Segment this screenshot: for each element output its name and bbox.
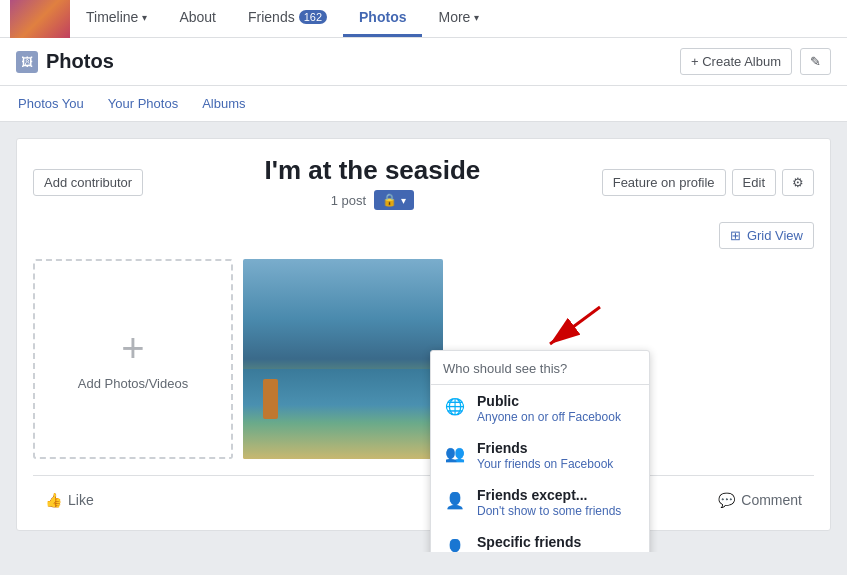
friends-title: Friends	[477, 440, 637, 456]
timeline-arrow-icon: ▾	[142, 12, 147, 23]
friends-sub: Your friends on Facebook	[477, 457, 637, 471]
photo-thumbnail[interactable]	[243, 259, 443, 459]
add-contributor-label: Add contributor	[44, 175, 132, 190]
your-photos-label: Your Photos	[108, 96, 178, 111]
gear-icon: ⚙	[792, 175, 804, 190]
album-meta: 1 post 🔒 ▾	[143, 190, 602, 210]
post-count: 1 post	[331, 193, 366, 208]
add-contributor-button[interactable]: Add contributor	[33, 169, 143, 196]
like-label: Like	[68, 492, 94, 508]
dropdown-header: Who should see this?	[431, 351, 649, 385]
nav-friends[interactable]: Friends 162	[232, 0, 343, 37]
pencil-icon: ✎	[810, 54, 821, 69]
create-album-button[interactable]: + Create Album	[680, 48, 792, 75]
specific-friends-title: Specific friends	[477, 534, 637, 550]
dropdown-item-public-text: Public Anyone on or off Facebook	[477, 393, 637, 424]
nav-about-label: About	[179, 9, 216, 25]
photos-title-row: 🖼 Photos	[16, 50, 114, 73]
main-content: Add contributor I'm at the seaside 1 pos…	[0, 122, 847, 552]
create-album-label: + Create Album	[691, 54, 781, 69]
photo-grid: + Add Photos/Videos	[33, 259, 814, 459]
photos-sub-navigation: Photos You Your Photos Albums	[0, 86, 847, 122]
comment-label: Comment	[741, 492, 802, 508]
friends-except-title: Friends except...	[477, 487, 637, 503]
dropdown-item-friends[interactable]: 👥 Friends Your friends on Facebook	[431, 432, 649, 479]
nav-timeline[interactable]: Timeline ▾	[70, 0, 163, 37]
edit-button[interactable]: Edit	[732, 169, 776, 196]
plus-icon: +	[121, 328, 144, 368]
sub-nav-your-photos[interactable]: Your Photos	[106, 96, 180, 111]
edit-label: Edit	[743, 175, 765, 190]
thumb-up-icon: 👍	[45, 492, 62, 508]
photos-header: 🖼 Photos + Create Album ✎	[0, 38, 847, 86]
nav-photos-label: Photos	[359, 9, 406, 25]
specific-friends-icon: 👤	[443, 535, 467, 552]
sub-nav-photos-of-you[interactable]: Photos You	[16, 96, 86, 111]
profile-image	[10, 0, 70, 38]
album-top-left: Add contributor	[33, 169, 143, 196]
dropdown-item-specific-friends[interactable]: 👤 Specific friends Only show to some fri…	[431, 526, 649, 552]
add-photos-box[interactable]: + Add Photos/Videos	[33, 259, 233, 459]
edit-pencil-button[interactable]: ✎	[800, 48, 831, 75]
top-navigation: Timeline ▾ About Friends 162 Photos More…	[0, 0, 847, 38]
public-icon: 🌐	[443, 394, 467, 418]
like-button[interactable]: 👍 Like	[33, 486, 106, 514]
friends-count-badge: 162	[299, 10, 327, 24]
album-top-right: Feature on profile Edit ⚙	[602, 169, 814, 196]
album-top-row: Add contributor I'm at the seaside 1 pos…	[33, 155, 814, 210]
friends-icon: 👥	[443, 441, 467, 465]
friends-except-sub: Don't show to some friends	[477, 504, 637, 518]
album-title: I'm at the seaside	[143, 155, 602, 186]
photos-of-you-label: Photos You	[18, 96, 84, 111]
nav-timeline-label: Timeline	[86, 9, 138, 25]
comment-icon: 💬	[718, 492, 735, 508]
add-photos-label: Add Photos/Videos	[78, 376, 188, 391]
feature-on-profile-label: Feature on profile	[613, 175, 715, 190]
specific-friends-sub: Only show to some friends	[477, 551, 637, 552]
nav-friends-label: Friends	[248, 9, 295, 25]
profile-thumbnail[interactable]	[10, 0, 70, 38]
dropdown-item-friends-except[interactable]: 👤 Friends except... Don't show to some f…	[431, 479, 649, 526]
caret-icon: ▾	[401, 195, 406, 206]
grid-icon: ⊞	[730, 228, 741, 243]
privacy-dropdown: Who should see this? 🌐 Public Anyone on …	[430, 350, 650, 552]
nav-about[interactable]: About	[163, 0, 232, 37]
nav-photos[interactable]: Photos	[343, 0, 422, 37]
comment-button[interactable]: 💬 Comment	[706, 486, 814, 514]
dropdown-item-specific-friends-text: Specific friends Only show to some frien…	[477, 534, 637, 552]
friends-except-icon: 👤	[443, 488, 467, 512]
view-controls: ⊞ Grid View	[33, 222, 814, 249]
photos-section-icon: 🖼	[16, 51, 38, 73]
dropdown-item-friends-except-text: Friends except... Don't show to some fri…	[477, 487, 637, 518]
grid-view-button[interactable]: ⊞ Grid View	[719, 222, 814, 249]
settings-button[interactable]: ⚙	[782, 169, 814, 196]
public-sub: Anyone on or off Facebook	[477, 410, 637, 424]
album-title-section: I'm at the seaside 1 post 🔒 ▾	[143, 155, 602, 210]
albums-label: Albums	[202, 96, 245, 111]
feature-on-profile-button[interactable]: Feature on profile	[602, 169, 726, 196]
photos-section-title: Photos	[46, 50, 114, 73]
grid-view-label: Grid View	[747, 228, 803, 243]
photos-header-actions: + Create Album ✎	[680, 48, 831, 75]
sub-nav-albums[interactable]: Albums	[200, 96, 247, 111]
album-container: Add contributor I'm at the seaside 1 pos…	[16, 138, 831, 531]
album-bottom-bar: 👍 Like 💬 Comment	[33, 475, 814, 514]
privacy-button[interactable]: 🔒 ▾	[374, 190, 414, 210]
lock-icon: 🔒	[382, 193, 397, 207]
dropdown-item-friends-text: Friends Your friends on Facebook	[477, 440, 637, 471]
public-title: Public	[477, 393, 637, 409]
nav-more[interactable]: More ▾	[422, 0, 495, 37]
nav-more-label: More	[438, 9, 470, 25]
dropdown-item-public[interactable]: 🌐 Public Anyone on or off Facebook	[431, 385, 649, 432]
more-arrow-icon: ▾	[474, 12, 479, 23]
